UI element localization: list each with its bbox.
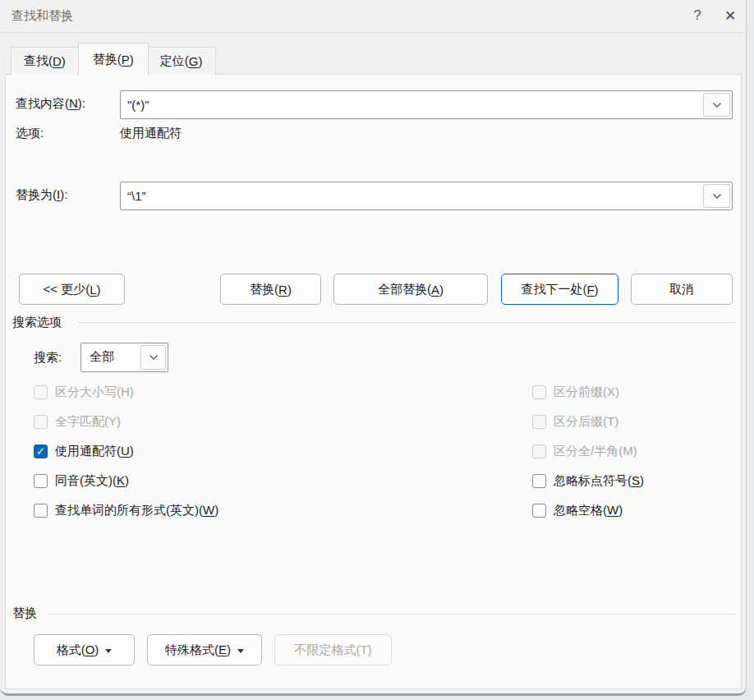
special-format-button[interactable]: 特殊格式(E) [147, 634, 262, 665]
group-divider [48, 614, 735, 615]
replace-with-label: 替换为(I): [16, 187, 67, 203]
replace-group-label: 替换 [12, 606, 37, 621]
no-formatting-button-label: 不限定格式(T) [294, 642, 371, 658]
checkbox-label: 忽略空格(W) [554, 503, 623, 518]
options-label: 选项: [16, 126, 44, 141]
titlebar: 查找和替换 ? ✕ [0, 0, 746, 33]
find-what-input[interactable] [121, 91, 732, 118]
dropdown-arrow-icon [237, 649, 244, 653]
checkbox-label: 使用通配符(U) [55, 444, 134, 459]
checkbox-sounds-like[interactable]: 同音(英文)(K) [34, 472, 129, 489]
checkbox [34, 444, 48, 458]
checkbox [532, 385, 546, 399]
checkbox-match-suffix[interactable]: 区分后缀(T) [532, 413, 618, 430]
search-direction-value: 全部 [90, 349, 114, 365]
checkbox [532, 415, 546, 429]
format-button[interactable]: 格式(O) [34, 634, 135, 665]
checkbox-use-wildcards[interactable]: 使用通配符(U) [34, 443, 134, 459]
close-icon: ✕ [724, 7, 736, 25]
checkbox-label: 忽略标点符号(S) [554, 473, 644, 489]
special-format-button-label: 特殊格式(E) [165, 642, 231, 658]
tab-goto[interactable]: 定位(G) [148, 47, 216, 75]
find-replace-dialog: 查找和替换 ? ✕ 查找(D) 替换(P) 定位(G) 查找内容(N): 选项:… [0, 0, 747, 696]
search-direction-label: 搜索: [34, 350, 62, 366]
replace-with-combobox [120, 182, 733, 210]
search-direction-select[interactable]: 全部 [80, 343, 168, 372]
chevron-down-icon [712, 102, 722, 108]
tab-page-replace: 查找内容(N): 选项: 使用通配符 替换为(I): << 更少(L) 替换(R… [5, 74, 742, 689]
replace-with-input[interactable] [121, 182, 732, 210]
checkbox-match-prefix[interactable]: 区分前缀(X) [532, 384, 619, 400]
replace-button[interactable]: 替换(R) [220, 274, 321, 305]
checkbox-whole-word[interactable]: 全字匹配(Y) [34, 413, 121, 430]
tab-find[interactable]: 查找(D) [11, 47, 79, 75]
dropdown-arrow-icon [105, 649, 112, 653]
checkbox-label: 同音(英文)(K) [55, 473, 129, 489]
checkbox-label: 区分后缀(T) [554, 414, 618, 430]
search-direction-dropdown-button[interactable] [140, 345, 166, 370]
cancel-button[interactable]: 取消 [631, 274, 733, 305]
checkbox [34, 415, 48, 429]
checkbox [34, 474, 48, 488]
replace-with-dropdown-button[interactable] [703, 184, 730, 208]
help-icon: ? [693, 7, 701, 24]
tab-strip: 查找(D) 替换(P) 定位(G) [11, 43, 216, 75]
options-value: 使用通配符 [120, 126, 182, 141]
window-title: 查找和替换 [11, 8, 73, 24]
group-divider [78, 322, 735, 323]
checkbox-label: 区分全/半角(M) [554, 444, 637, 459]
checkbox-label: 全字匹配(Y) [55, 414, 121, 430]
checkbox [34, 504, 48, 518]
close-button[interactable]: ✕ [716, 2, 744, 30]
chevron-down-icon [712, 193, 722, 200]
find-what-combobox [120, 90, 733, 119]
checkbox-label: 区分前缀(X) [554, 385, 619, 400]
checkbox [532, 444, 546, 458]
checkbox-find-all-word-forms[interactable]: 查找单词的所有形式(英文)(W) [34, 502, 218, 518]
checkbox-ignore-punctuation[interactable]: 忽略标点符号(S) [532, 472, 644, 489]
find-what-label: 查找内容(N): [16, 96, 85, 112]
checkbox [34, 385, 48, 399]
find-what-dropdown-button[interactable] [703, 93, 730, 117]
format-button-label: 格式(O) [57, 642, 99, 658]
checkbox [532, 474, 546, 488]
chevron-down-icon [149, 354, 159, 361]
help-button[interactable]: ? [683, 2, 711, 30]
less-button[interactable]: << 更少(L) [19, 274, 125, 305]
checkbox-match-full-half-width[interactable]: 区分全/半角(M) [532, 443, 637, 459]
checkbox [532, 504, 546, 518]
find-next-button[interactable]: 查找下一处(F) [501, 274, 618, 305]
replace-all-button[interactable]: 全部替换(A) [333, 274, 488, 305]
tab-replace[interactable]: 替换(P) [78, 43, 149, 75]
no-formatting-button: 不限定格式(T) [274, 634, 392, 665]
search-options-group-label: 搜索选项 [12, 315, 62, 330]
checkbox-label: 查找单词的所有形式(英文)(W) [55, 503, 218, 518]
checkbox-ignore-whitespace[interactable]: 忽略空格(W) [532, 502, 623, 518]
checkbox-match-case[interactable]: 区分大小写(H) [34, 384, 134, 400]
checkbox-label: 区分大小写(H) [55, 385, 134, 400]
